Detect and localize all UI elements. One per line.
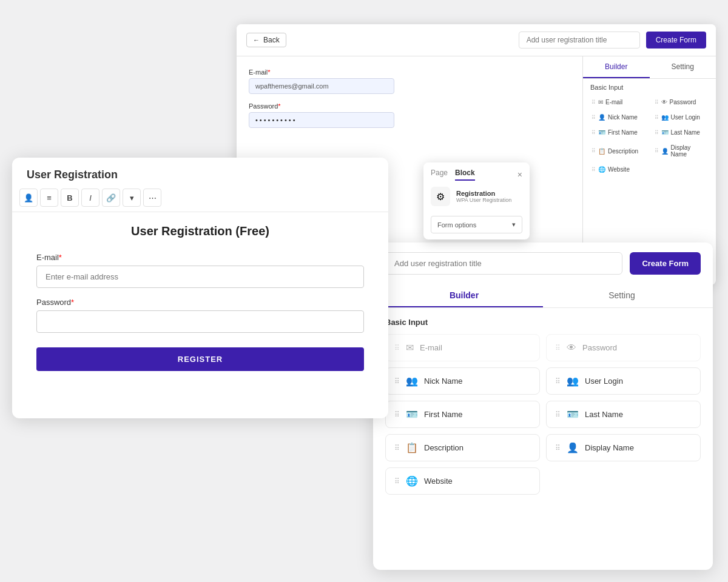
editor-title: User Registration <box>19 164 125 181</box>
field-label: Nick Name <box>608 114 638 121</box>
main-title-input[interactable] <box>385 252 622 275</box>
website-icon: 🌐 <box>598 166 605 173</box>
user-icon-button[interactable]: 👤 <box>19 189 38 207</box>
drag-handle-icon: ⠿ <box>555 410 561 419</box>
field-label: First Name <box>424 410 463 419</box>
bg-sidebar-tabs: Builder Setting <box>583 56 716 79</box>
right-panel-tabs: Builder Setting <box>385 284 701 307</box>
password-input[interactable] <box>36 310 364 333</box>
bg-panel-title-area: Create Form <box>519 32 706 48</box>
bg-fields-grid: ⠿ ✉ E-mail ⠿ 👁 Password ⠿ 👤 Nick Name ⠿ … <box>583 93 716 178</box>
bg-email-input[interactable] <box>249 78 394 94</box>
field-label: Last Name <box>671 129 700 136</box>
field-card-userlogin[interactable]: ⠿ 👥 User Login <box>546 367 701 395</box>
password-field-label: Password* <box>36 298 364 307</box>
description-icon: 📋 <box>598 148 605 155</box>
form-options-dropdown[interactable]: Form options ▾ <box>431 216 522 233</box>
field-label: Description <box>608 148 638 155</box>
list-item[interactable]: ⠿ 👥 User Login <box>651 111 712 124</box>
link-button[interactable]: 🔗 <box>102 189 120 207</box>
displayname-icon: 👤 <box>567 442 579 453</box>
drag-handle-icon: ⠿ <box>394 444 400 452</box>
drag-handle-icon: ⠿ <box>592 99 596 105</box>
block-subtitle: WPA User Registration <box>456 197 511 203</box>
bold-button[interactable]: B <box>61 189 79 207</box>
bg-panel-header: ← Back Create Form <box>237 24 716 56</box>
field-label: Website <box>608 166 630 173</box>
right-panel-title-row: Create Form <box>385 252 701 275</box>
chevron-down-icon: ▾ <box>512 221 516 229</box>
website-icon: 🌐 <box>406 475 418 487</box>
basic-input-title: Basic Input <box>385 318 701 327</box>
field-card-nickname[interactable]: ⠿ 👥 Nick Name <box>385 367 540 395</box>
drag-handle-icon: ⠿ <box>592 115 596 121</box>
list-item[interactable]: ⠿ 🌐 Website <box>588 163 649 176</box>
list-item[interactable]: ⠿ 🪪 Last Name <box>651 126 712 139</box>
field-card-description[interactable]: ⠿ 📋 Description <box>385 434 540 461</box>
password-icon: 👁 <box>567 343 576 353</box>
field-card-website[interactable]: ⠿ 🌐 Website <box>385 467 540 495</box>
form-options-label: Form options <box>437 221 476 229</box>
list-item[interactable]: ⠿ 👁 Password <box>651 96 712 109</box>
field-card-lastname[interactable]: ⠿ 🪪 Last Name <box>546 401 701 428</box>
bg-setting-tab[interactable]: Setting <box>650 56 716 78</box>
field-card-password: ⠿ 👁 Password <box>546 334 701 361</box>
field-label: First Name <box>608 129 638 136</box>
list-item[interactable]: ⠿ 👤 Nick Name <box>588 111 649 124</box>
field-label: E-mail <box>605 99 622 105</box>
close-icon[interactable]: × <box>517 170 522 179</box>
field-card-displayname[interactable]: ⠿ 👤 Display Name <box>546 434 701 461</box>
userlogin-icon: 👥 <box>661 114 669 121</box>
list-item[interactable]: ⠿ 📋 Description <box>588 141 649 161</box>
bg-password-input[interactable] <box>249 112 394 128</box>
builder-tab[interactable]: Builder <box>385 284 543 307</box>
bg-builder-tab[interactable]: Builder <box>583 56 650 78</box>
block-tab[interactable]: Block <box>455 169 475 181</box>
drag-handle-icon: ⠿ <box>655 130 659 136</box>
bg-password-label: Password* <box>249 102 570 110</box>
block-registration-item[interactable]: ⚙ Registration WPA User Registration <box>423 181 530 212</box>
drag-handle-icon: ⠿ <box>394 377 400 386</box>
registration-icon: ⚙ <box>431 187 450 206</box>
chevron-down-button[interactable]: ▾ <box>123 189 141 207</box>
setting-tab[interactable]: Setting <box>543 284 701 307</box>
drag-handle-icon: ⠿ <box>655 99 659 105</box>
field-card-firstname[interactable]: ⠿ 🪪 First Name <box>385 401 540 428</box>
editor-panel: User Registration 👤 ≡ B I 🔗 ▾ ⋯ User Reg… <box>12 158 388 418</box>
bg-create-form-button[interactable]: Create Form <box>646 32 706 48</box>
register-button[interactable]: REGISTER <box>36 347 364 371</box>
right-panel-header: Create Form Builder Setting <box>373 242 713 308</box>
field-label: Website <box>424 477 453 486</box>
email-field-group: E-mail* <box>36 253 364 288</box>
block-popup-header: Page Block × <box>423 162 530 181</box>
bg-section-title: Basic Input <box>583 79 716 93</box>
email-input[interactable] <box>36 266 364 288</box>
block-tabs: Page Block <box>431 169 475 181</box>
drag-handle-icon: ⠿ <box>655 115 659 121</box>
field-label: Last Name <box>585 410 623 419</box>
userlogin-icon: 👥 <box>567 375 579 387</box>
drag-handle-icon: ⠿ <box>592 130 596 136</box>
editor-toolbar: 👤 ≡ B I 🔗 ▾ ⋯ <box>12 184 388 212</box>
main-create-form-button[interactable]: Create Form <box>630 252 701 275</box>
drag-handle-icon: ⠿ <box>394 344 400 352</box>
fields-grid: ⠿ ✉ E-mail ⠿ 👁 Password ⠿ 👥 Nick Name ⠿ … <box>385 334 701 495</box>
list-item[interactable]: ⠿ 👤 Display Name <box>651 141 712 161</box>
bg-email-label: E-mail* <box>249 69 570 76</box>
bg-title-input[interactable] <box>519 32 640 48</box>
italic-button[interactable]: I <box>81 189 99 207</box>
drag-handle-icon: ⠿ <box>592 148 596 154</box>
registration-form: User Registration (Free) E-mail* Passwor… <box>12 212 388 389</box>
drag-handle-icon: ⠿ <box>555 377 561 386</box>
page-tab[interactable]: Page <box>431 169 448 181</box>
field-label: Display Name <box>671 144 708 158</box>
more-options-button[interactable]: ⋯ <box>143 189 161 207</box>
email-icon: ✉ <box>598 99 603 105</box>
align-button[interactable]: ≡ <box>40 189 58 207</box>
field-label: User Login <box>671 114 700 121</box>
list-item[interactable]: ⠿ 🪪 First Name <box>588 126 649 139</box>
field-card-email: ⠿ ✉ E-mail <box>385 334 540 361</box>
back-button[interactable]: ← Back <box>246 33 286 47</box>
drag-handle-icon: ⠿ <box>555 444 561 452</box>
list-item[interactable]: ⠿ ✉ E-mail <box>588 96 649 109</box>
